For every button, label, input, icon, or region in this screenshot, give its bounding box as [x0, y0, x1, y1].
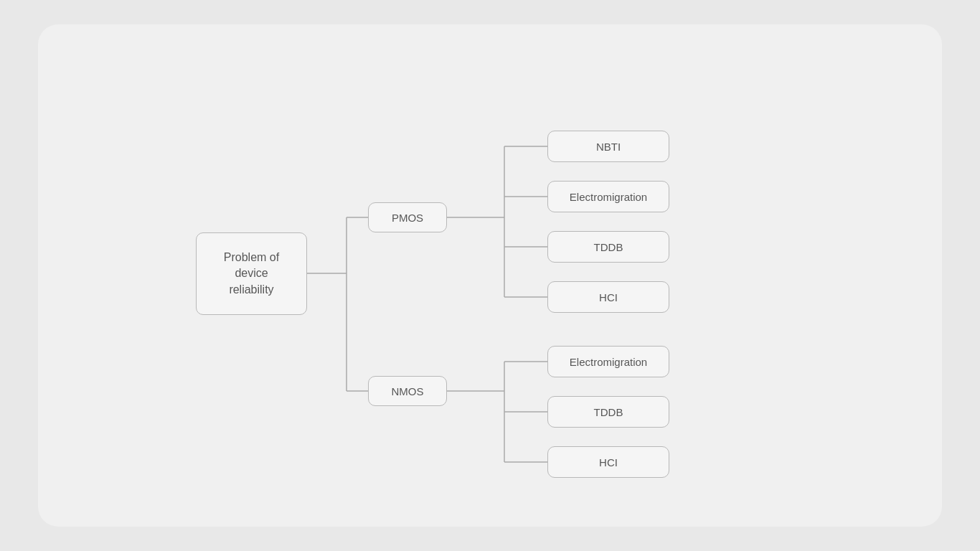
tddb2-node: TDDB — [547, 396, 669, 428]
em1-node: Electromigration — [547, 181, 669, 212]
hci2-label: HCI — [599, 456, 618, 468]
tddb2-label: TDDB — [594, 406, 623, 418]
main-card: Problem ofdevicereliability PMOS NMOS NB… — [38, 24, 942, 527]
em2-node: Electromigration — [547, 346, 669, 377]
em1-label: Electromigration — [570, 191, 647, 203]
tddb1-label: TDDB — [594, 241, 623, 253]
em2-label: Electromigration — [570, 356, 647, 368]
diagram-container: Problem ofdevicereliability PMOS NMOS NB… — [196, 75, 784, 476]
root-label: Problem ofdevicereliability — [224, 250, 279, 298]
pmos-label: PMOS — [392, 212, 423, 224]
nmos-node: NMOS — [368, 376, 447, 406]
root-node: Problem ofdevicereliability — [196, 232, 307, 315]
hci2-node: HCI — [547, 446, 669, 478]
pmos-node: PMOS — [368, 202, 447, 232]
nbti-node: NBTI — [547, 131, 669, 162]
nmos-label: NMOS — [392, 385, 424, 397]
tddb1-node: TDDB — [547, 231, 669, 263]
nbti-label: NBTI — [596, 141, 621, 153]
hci1-node: HCI — [547, 281, 669, 313]
hci1-label: HCI — [599, 291, 618, 303]
